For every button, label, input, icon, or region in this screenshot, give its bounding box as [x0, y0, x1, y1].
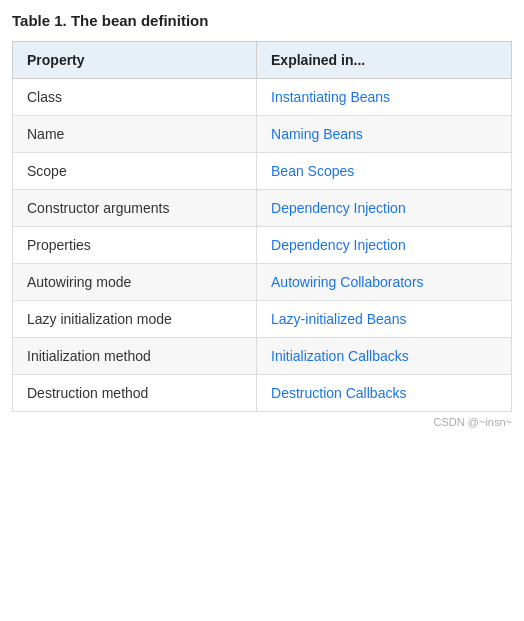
link-cell[interactable]: Naming Beans: [257, 116, 512, 153]
table-row: ClassInstantiating Beans: [13, 79, 512, 116]
link-cell[interactable]: Dependency Injection: [257, 190, 512, 227]
table-title: Table 1. The bean definition: [12, 12, 512, 29]
table-row: ScopeBean Scopes: [13, 153, 512, 190]
table-row: PropertiesDependency Injection: [13, 227, 512, 264]
link-cell[interactable]: Initialization Callbacks: [257, 338, 512, 375]
property-cell: Properties: [13, 227, 257, 264]
link-cell[interactable]: Instantiating Beans: [257, 79, 512, 116]
table-row: Initialization methodInitialization Call…: [13, 338, 512, 375]
link-cell[interactable]: Lazy-initialized Beans: [257, 301, 512, 338]
link-cell[interactable]: Autowiring Collaborators: [257, 264, 512, 301]
property-cell: Constructor arguments: [13, 190, 257, 227]
property-cell: Destruction method: [13, 375, 257, 412]
link-cell[interactable]: Destruction Callbacks: [257, 375, 512, 412]
property-cell: Class: [13, 79, 257, 116]
column-header-explained: Explained in...: [257, 42, 512, 79]
table-row: Autowiring modeAutowiring Collaborators: [13, 264, 512, 301]
column-header-property: Property: [13, 42, 257, 79]
table-row: NameNaming Beans: [13, 116, 512, 153]
property-cell: Scope: [13, 153, 257, 190]
property-cell: Lazy initialization mode: [13, 301, 257, 338]
link-cell[interactable]: Bean Scopes: [257, 153, 512, 190]
property-cell: Autowiring mode: [13, 264, 257, 301]
bean-definition-table: Property Explained in... ClassInstantiat…: [12, 41, 512, 412]
property-cell: Name: [13, 116, 257, 153]
table-row: Destruction methodDestruction Callbacks: [13, 375, 512, 412]
table-row: Lazy initialization modeLazy-initialized…: [13, 301, 512, 338]
link-cell[interactable]: Dependency Injection: [257, 227, 512, 264]
property-cell: Initialization method: [13, 338, 257, 375]
watermark: CSDN @~insn~: [12, 416, 512, 428]
table-row: Constructor argumentsDependency Injectio…: [13, 190, 512, 227]
